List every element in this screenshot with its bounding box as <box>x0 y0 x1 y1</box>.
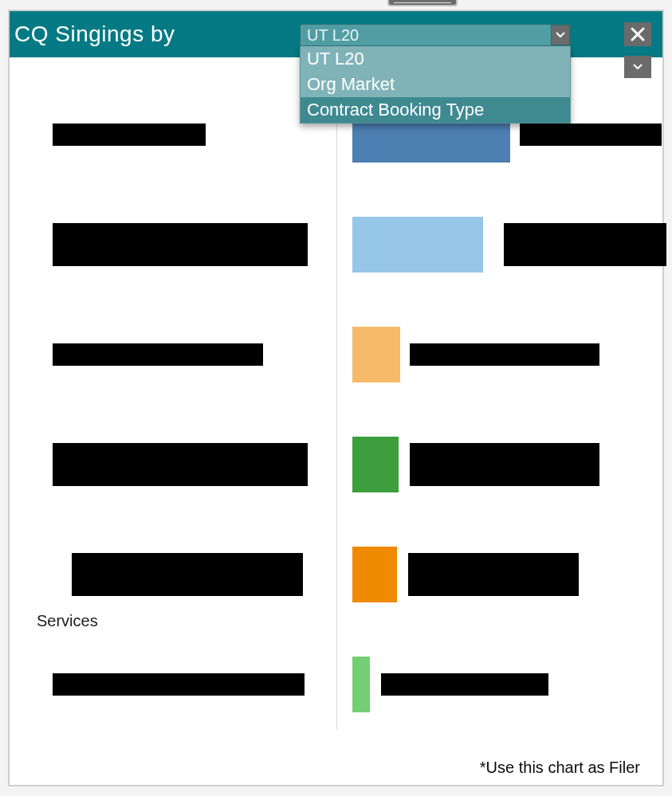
chart-row <box>26 217 646 273</box>
dropdown-selected-label: UT L20 <box>307 26 359 45</box>
dropdown-option[interactable]: Org Market <box>301 72 570 97</box>
close-button[interactable] <box>624 22 651 46</box>
dropdown-caret[interactable] <box>551 25 570 45</box>
dimension-dropdown[interactable]: UT L20 UT L20 Org Market Contract Bookin… <box>300 24 571 124</box>
chart-row <box>26 547 646 602</box>
value-label-redacted <box>504 223 666 266</box>
dropdown-option[interactable]: Contract Booking Type <box>301 97 570 123</box>
value-label-redacted <box>408 553 579 596</box>
chart-row <box>26 657 646 712</box>
chart-bar[interactable] <box>352 547 397 602</box>
category-label-redacted <box>53 223 308 266</box>
dropdown-option[interactable]: UT L20 <box>301 46 570 72</box>
chart-row <box>26 437 646 492</box>
category-label-redacted <box>53 673 305 696</box>
chart-bar[interactable] <box>352 657 370 712</box>
dropdown-selected[interactable]: UT L20 <box>300 24 571 46</box>
panel-drag-grip[interactable] <box>387 0 458 6</box>
value-label-redacted <box>520 124 662 146</box>
partial-category-text: Services <box>37 612 98 630</box>
chart-panel: CQ Singings by UT L20 UT L20 Org Market … <box>8 10 664 786</box>
chart-row <box>26 327 646 382</box>
panel-title: CQ Singings by <box>14 22 175 47</box>
chart-area <box>10 83 662 785</box>
secondary-dropdown-button[interactable] <box>624 56 651 78</box>
dropdown-list: UT L20 Org Market Contract Booking Type <box>300 46 571 124</box>
chevron-down-icon <box>633 64 643 70</box>
category-label-redacted <box>72 553 303 596</box>
chart-bar[interactable] <box>352 217 483 273</box>
chart-bar[interactable] <box>352 327 400 382</box>
category-label-redacted <box>53 443 308 486</box>
category-label-redacted <box>53 343 263 366</box>
category-label-redacted <box>53 124 206 146</box>
chart-footer-note: *Use this chart as Filer <box>480 759 640 777</box>
close-icon <box>630 26 646 42</box>
value-label-redacted <box>381 673 548 696</box>
value-label-redacted <box>410 443 599 486</box>
chart-bar[interactable] <box>352 437 399 492</box>
chevron-down-icon <box>556 32 565 38</box>
value-label-redacted <box>410 343 599 366</box>
